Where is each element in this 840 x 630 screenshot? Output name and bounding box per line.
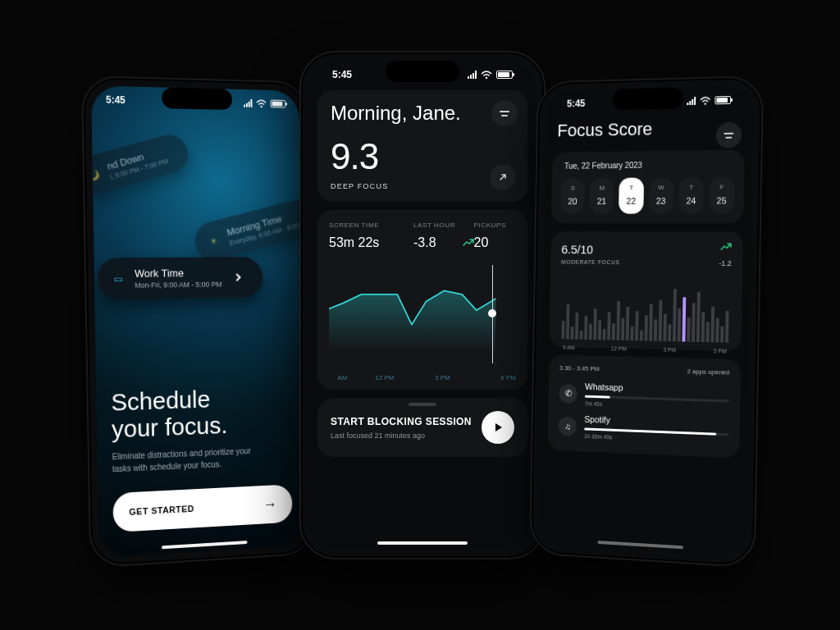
status-indicators <box>244 98 285 108</box>
status-time: 5:45 <box>106 94 126 107</box>
xlabel: 5 PM <box>714 348 727 354</box>
bar <box>616 300 620 340</box>
bar <box>692 304 696 342</box>
bar <box>710 306 714 342</box>
header-pickups: PICKUPS <box>474 221 516 229</box>
wifi-icon <box>700 96 711 105</box>
arrow-up-right-icon <box>498 172 508 182</box>
day-20[interactable]: S20 <box>560 178 585 214</box>
home-indicator[interactable] <box>598 541 684 549</box>
status-time: 5:45 <box>332 69 352 80</box>
bar-x-labels: 9 AM 12 PM 3 PM 5 PM <box>559 345 729 354</box>
status-indicators <box>687 95 731 105</box>
day-letter: T <box>619 184 644 191</box>
app-name: Spotify <box>584 414 728 429</box>
focus-bar-chart[interactable]: 9 AM 12 PM 3 PM 5 PM <box>560 276 732 343</box>
bar <box>566 304 569 340</box>
bar <box>571 326 574 340</box>
day-number: 22 <box>619 196 644 206</box>
day-23[interactable]: W23 <box>649 177 674 213</box>
app-icon: ✆ <box>559 384 578 404</box>
cellular-icon <box>244 99 252 107</box>
blocking-session-card[interactable]: START BLOCKING SESSION Last focused 21 m… <box>317 398 527 457</box>
menu-button[interactable] <box>715 122 742 148</box>
app-usage-time: 1h 30m 45s <box>584 433 728 445</box>
svg-point-2 <box>705 103 706 104</box>
app-usage-time: 7m 45s <box>585 401 729 412</box>
bar <box>659 300 663 341</box>
svg-point-1 <box>486 76 487 78</box>
focus-score-delta: -1.2 <box>719 259 731 267</box>
session-subtitle: Last focused 21 minutes ago <box>331 431 472 440</box>
notch <box>386 61 459 82</box>
xlabel: AM <box>329 374 356 381</box>
home-indicator[interactable] <box>377 541 468 545</box>
greeting-text: Morning, Jane. <box>331 102 514 125</box>
cellular-icon <box>468 71 477 79</box>
bar <box>701 312 705 342</box>
app-name: Whatsapp <box>585 381 729 395</box>
day-letter: S <box>561 185 585 192</box>
chart-x-labels: AM 12 PM 3 PM 6 PM <box>329 374 516 381</box>
focus-score-value: 6.5/10 <box>561 243 732 258</box>
bar <box>598 320 601 340</box>
chart-cursor-dot[interactable] <box>488 309 496 317</box>
bar <box>668 324 671 341</box>
cta-label: GET STARTED <box>129 504 194 517</box>
screen: 5:45 Morning, Jane. 9.3 DEEP FOCUS SCREE… <box>309 61 536 550</box>
menu-button[interactable] <box>491 100 518 126</box>
bar <box>720 326 724 343</box>
bar <box>584 316 587 340</box>
day-25[interactable]: F25 <box>709 177 734 214</box>
focus-score-label: MODERATE FOCUS <box>561 259 732 266</box>
wifi-icon <box>256 99 267 108</box>
day-22[interactable]: T22 <box>619 178 643 214</box>
schedule-pill-wind-down[interactable]: 🌙 nd Down i, 5:00 PM - 7:00 PM <box>91 130 193 199</box>
schedule-pill-work[interactable]: ▭ Work Time Mon-Fri, 9:00 AM - 5:00 PM <box>98 257 263 299</box>
schedule-pill-morning[interactable]: ☀︎ Morning Time Everyday, 6:00 AM - 8:00 <box>190 195 306 264</box>
bar <box>621 317 624 340</box>
home-indicator[interactable] <box>162 541 248 549</box>
bar <box>687 317 690 342</box>
focus-score-card: 6.5/10 MODERATE FOCUS -1.2 9 AM 12 PM 3 … <box>550 231 743 351</box>
svg-point-0 <box>260 105 262 107</box>
status-time: 5:45 <box>567 98 585 109</box>
bar <box>561 321 564 340</box>
bar <box>612 323 615 340</box>
value-screen-time: 53m 22s <box>329 235 413 250</box>
greeting-card: Morning, Jane. 9.3 DEEP FOCUS <box>317 90 527 202</box>
day-number: 21 <box>590 196 614 206</box>
app-row[interactable]: ♫Spotify1h 30m 45s <box>559 413 729 445</box>
trend-up-icon <box>720 243 732 253</box>
sun-icon: ☀︎ <box>203 231 223 252</box>
metrics-values: 53m 22s -3.8 20 <box>329 235 516 250</box>
day-letter: M <box>590 185 614 192</box>
battery-icon <box>496 71 513 79</box>
chevron-right-icon <box>233 273 240 281</box>
app-row[interactable]: ✆Whatsapp7m 45s <box>559 381 729 411</box>
expand-button[interactable] <box>490 164 516 190</box>
day-21[interactable]: M21 <box>590 178 614 214</box>
xlabel: 3 PM <box>413 374 472 381</box>
briefcase-icon: ▭ <box>109 270 127 288</box>
pill-title: Work Time <box>135 267 221 280</box>
battery-icon <box>714 96 731 104</box>
bar <box>678 308 682 341</box>
get-started-button[interactable]: GET STARTED → <box>112 484 292 532</box>
line-chart-svg <box>329 258 516 352</box>
day-24[interactable]: T24 <box>678 177 704 214</box>
xlabel: 12 PM <box>356 374 414 381</box>
phone-focus-score: 5:45 Focus Score Tue, 22 February 2023 S… <box>529 75 764 568</box>
xlabel: 12 PM <box>611 345 627 351</box>
subheadline: Eliminate distractions and prioritize yo… <box>112 444 268 475</box>
hero: Scheduleyour focus. Eliminate distractio… <box>111 383 291 475</box>
screen-time-chart[interactable]: AM 12 PM 3 PM 6 PM <box>329 258 516 381</box>
play-button[interactable] <box>482 411 514 444</box>
moon-icon: 🌙 <box>91 165 104 185</box>
drag-handle[interactable] <box>409 403 436 406</box>
focus-score-tag: DEEP FOCUS <box>331 182 514 190</box>
bar <box>715 317 719 342</box>
apps-card: 3.30 - 3.45 PM 2 apps opened ✆Whatsapp7m… <box>547 354 741 459</box>
play-icon <box>492 422 504 433</box>
day-letter: T <box>679 184 704 191</box>
